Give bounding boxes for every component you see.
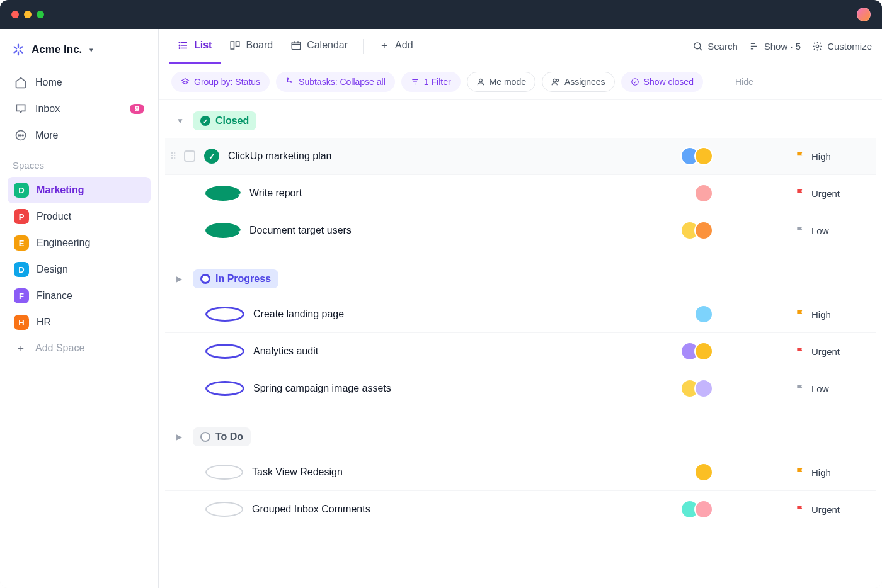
priority-cell[interactable]: Urgent — [795, 504, 871, 515]
task-checkbox[interactable] — [184, 150, 195, 162]
assignee-avatar[interactable] — [694, 221, 713, 240]
nav-more-label: More — [35, 130, 58, 141]
status-chip[interactable]: In Progress — [193, 269, 278, 288]
assignees-pill[interactable]: Assignees — [542, 72, 615, 92]
workspace-name: Acme Inc. — [32, 43, 82, 56]
space-item-hr[interactable]: HHR — [8, 309, 151, 336]
assignee-avatar[interactable] — [694, 147, 713, 166]
svg-point-22 — [287, 78, 288, 79]
flag-icon — [795, 383, 805, 393]
priority-cell[interactable]: Low — [795, 225, 871, 236]
priority-cell[interactable]: Urgent — [795, 346, 871, 357]
list-icon — [178, 40, 189, 51]
task-row[interactable]: Spring campaign image assets Low — [165, 370, 876, 407]
group-by-pill[interactable]: Group by: Status — [171, 72, 270, 92]
subtasks-pill[interactable]: Subtasks: Collapse all — [276, 72, 395, 92]
filter-icon — [411, 77, 420, 86]
task-row[interactable]: Grouped Inbox Comments Urgent — [165, 491, 876, 528]
task-status-icon[interactable] — [205, 186, 241, 201]
priority-cell[interactable]: Urgent — [795, 188, 871, 199]
space-item-product[interactable]: PProduct — [8, 203, 151, 230]
priority-cell[interactable]: High — [795, 151, 871, 162]
assignee-avatar[interactable] — [694, 500, 713, 519]
svg-point-29 — [556, 79, 559, 82]
flag-icon — [795, 346, 805, 356]
status-chip[interactable]: Closed — [193, 111, 256, 130]
task-name: Document target users — [249, 225, 680, 236]
collapse-toggle[interactable]: ▼ — [176, 116, 186, 125]
assignee-avatar[interactable] — [694, 342, 713, 361]
show-columns-button[interactable]: Show · 5 — [749, 41, 801, 52]
assignee-avatar[interactable] — [694, 379, 713, 398]
divider — [716, 74, 716, 89]
close-window-button[interactable] — [11, 11, 19, 18]
flag-icon — [795, 151, 805, 161]
status-chip[interactable]: To Do — [193, 427, 251, 446]
plus-icon: ＋ — [379, 40, 390, 51]
board-icon — [229, 40, 241, 51]
filter-pill[interactable]: 1 Filter — [401, 72, 461, 92]
assignee-avatar[interactable] — [694, 305, 713, 324]
task-status-icon[interactable] — [205, 307, 244, 322]
workspace-switcher[interactable]: Acme Inc. ▾ — [8, 38, 151, 69]
task-status-icon[interactable] — [205, 465, 243, 480]
add-space-button[interactable]: ＋ Add Space — [8, 336, 151, 361]
task-row[interactable]: Task View Redesign High — [165, 454, 876, 491]
task-row[interactable]: Analytics audit Urgent — [165, 333, 876, 370]
tab-list[interactable]: List — [169, 29, 220, 64]
priority-cell[interactable]: High — [795, 467, 871, 478]
hide-button[interactable]: Hide — [735, 77, 753, 87]
nav-more[interactable]: More — [8, 122, 151, 149]
show-closed-pill[interactable]: Show closed — [621, 72, 703, 92]
nav-home[interactable]: Home — [8, 69, 151, 96]
status-todo-icon — [200, 432, 210, 442]
svg-point-3 — [23, 135, 24, 136]
assignee-avatar[interactable] — [694, 184, 713, 203]
svg-point-23 — [290, 81, 292, 82]
me-mode-pill[interactable]: Me mode — [467, 72, 536, 92]
nav-inbox[interactable]: Inbox 9 — [8, 96, 151, 122]
space-item-design[interactable]: DDesign — [8, 256, 151, 283]
drag-handle-icon[interactable]: ⠿ — [170, 151, 181, 161]
status-label: Closed — [215, 115, 249, 127]
task-status-icon[interactable] — [205, 344, 244, 359]
task-row[interactable]: Write report Urgent — [165, 175, 876, 212]
space-badge-icon: D — [14, 262, 29, 277]
task-row[interactable]: Create landing page High — [165, 296, 876, 333]
tab-add-view[interactable]: ＋ Add — [370, 29, 421, 64]
svg-point-7 — [179, 42, 180, 43]
space-item-marketing[interactable]: DMarketing — [8, 177, 151, 203]
task-status-icon[interactable] — [205, 502, 243, 517]
collapse-toggle[interactable]: ▶ — [176, 274, 186, 283]
more-icon — [14, 128, 28, 142]
maximize-window-button[interactable] — [37, 11, 44, 18]
workspace-logo-icon — [11, 43, 25, 57]
divider — [363, 39, 364, 54]
show-closed-label: Show closed — [644, 77, 694, 87]
task-status-icon[interactable] — [205, 223, 241, 238]
task-status-icon[interactable] — [205, 381, 244, 396]
priority-cell[interactable]: Low — [795, 383, 871, 394]
assignee-stack — [680, 147, 713, 166]
assignees-label: Assignees — [564, 77, 605, 87]
task-status-icon[interactable] — [204, 149, 219, 164]
minimize-window-button[interactable] — [24, 11, 32, 18]
layers-icon — [181, 77, 190, 86]
svg-line-17 — [700, 48, 702, 50]
group-todo: ▶ To Do Task View Redesign High Grouped … — [165, 425, 876, 528]
space-item-finance[interactable]: FFinance — [8, 283, 151, 309]
tab-board[interactable]: Board — [220, 29, 282, 64]
collapse-toggle[interactable]: ▶ — [176, 433, 186, 441]
user-avatar[interactable] — [857, 8, 871, 21]
status-inprogress-icon — [200, 274, 210, 284]
task-row[interactable]: Document target users Low — [165, 212, 876, 249]
search-button[interactable]: Search — [692, 41, 738, 52]
task-row[interactable]: ⠿ ClickUp marketing plan High — [165, 138, 876, 175]
group-inprogress: ▶ In Progress Create landing page High A… — [165, 267, 876, 407]
customize-button[interactable]: Customize — [812, 41, 872, 52]
tab-calendar[interactable]: Calendar — [282, 29, 357, 64]
assignee-avatar[interactable] — [694, 463, 713, 482]
tab-board-label: Board — [246, 40, 273, 51]
priority-cell[interactable]: High — [795, 309, 871, 320]
space-item-engineering[interactable]: EEngineering — [8, 230, 151, 256]
